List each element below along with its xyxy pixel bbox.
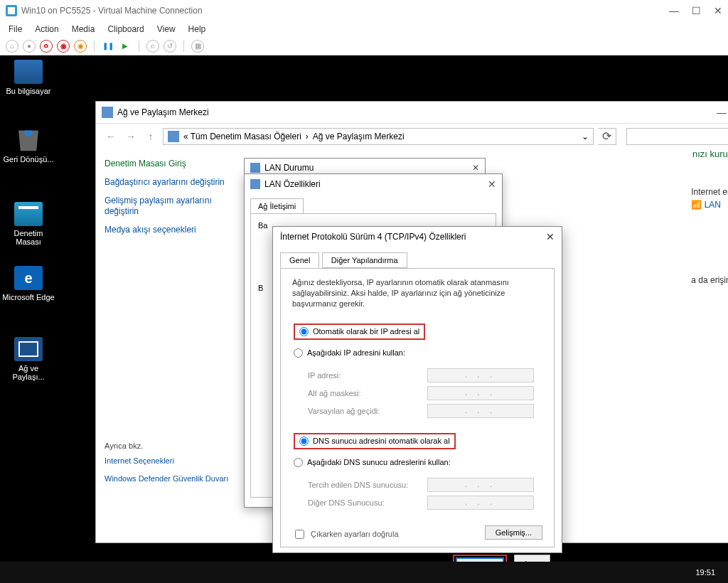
defender-firewall-link[interactable]: Windows Defender Güvenlik Duvarı: [105, 474, 230, 483]
toolbar-save-icon[interactable]: ◉: [74, 40, 87, 53]
lan-link[interactable]: 📶 LAN: [691, 200, 728, 210]
ipv4-description: Ağınız destekliyorsa, IP ayarlarının oto…: [292, 277, 542, 309]
menu-help[interactable]: Help: [188, 24, 206, 34]
radio-auto-dns-input[interactable]: [299, 437, 309, 446]
vm-maximize-button[interactable]: ☐: [692, 5, 701, 16]
breadcrumb-current[interactable]: Ağ ve Paylaşım Merkezi: [313, 132, 405, 141]
radio-auto-ip[interactable]: Otomatik olarak bir IP adresi al: [294, 323, 425, 340]
advanced-button[interactable]: Gelişmiş...: [485, 525, 542, 540]
guest-desktop: Bu bilgisayar Geri Dönüşü... Denetim Mas…: [0, 55, 728, 562]
radio-manual-dns-input[interactable]: [294, 458, 303, 467]
alternate-dns-field: . . .: [427, 496, 534, 510]
close-button[interactable]: ✕: [488, 178, 496, 190]
control-panel-icon: [14, 202, 43, 226]
window-title: Ağ ve Paylaşım Merkezi: [117, 107, 209, 117]
lan-props-title: LAN Özellikleri: [264, 179, 321, 189]
no-internet-label: Internet erişimi yok: [691, 187, 728, 197]
desktop-icon-edge[interactable]: e Microsoft Edge: [1, 266, 55, 301]
close-button[interactable]: ✕: [472, 163, 479, 173]
toolbar-shutdown-icon[interactable]: ◉: [57, 40, 70, 53]
menu-file[interactable]: File: [9, 24, 22, 34]
dialog-ipv4-properties: İnternet Protokolü Sürüm 4 (TCP/IPv4) Öz…: [272, 226, 562, 553]
taskbar-clock: 19:51: [695, 568, 715, 577]
radio-manual-ip-input[interactable]: [294, 348, 303, 358]
desktop-icon-control-panel[interactable]: Denetim Masası: [1, 202, 55, 246]
toolbar-start-icon[interactable]: ●: [23, 40, 36, 53]
radio-auto-ip-input[interactable]: [299, 327, 309, 336]
edge-icon: e: [14, 266, 43, 290]
close-button[interactable]: ✕: [546, 231, 555, 242]
see-also-heading: Ayrıca bkz.: [105, 442, 230, 450]
nav-up-button[interactable]: ↑: [143, 129, 159, 144]
radio-auto-ip-label: Otomatik olarak bir IP adresi al: [313, 327, 419, 336]
validate-label: Çıkarken ayarları doğrula: [311, 530, 399, 538]
icon-label: Ağ ve Paylaşı...: [1, 364, 55, 381]
toolbar-turnoff-icon[interactable]: ⭘: [40, 40, 53, 53]
menu-media[interactable]: Media: [72, 24, 95, 34]
radio-auto-dns-label: DNS sunucu adresini otomatik olarak al: [313, 437, 450, 445]
vm-minimize-button[interactable]: —: [669, 5, 679, 16]
lan-status-icon: [250, 163, 260, 173]
validate-checkbox-input[interactable]: [295, 530, 304, 539]
toolbar-ctrl-alt-del-icon[interactable]: ⌂: [6, 40, 18, 53]
gateway-field: . . .: [427, 404, 534, 418]
ipv4-tabpage: Ağınız destekliyorsa, IP ayarlarının oto…: [280, 268, 555, 547]
search-box[interactable]: 🔍: [626, 128, 728, 145]
toolbar-enhanced-icon[interactable]: ▦: [191, 40, 204, 53]
icon-label: Microsoft Edge: [1, 293, 55, 301]
menu-clipboard[interactable]: Clipboard: [107, 24, 144, 34]
sidebar-media-link[interactable]: Medya akışı seçenekleri: [105, 225, 230, 236]
minimize-button[interactable]: —: [717, 107, 727, 118]
guest-taskbar[interactable]: 19:51: [0, 562, 728, 583]
ip-address-label: IP adresi:: [308, 371, 427, 380]
vm-close-button[interactable]: ✕: [714, 5, 722, 16]
access-point-label: a da erişim noktası: [691, 275, 728, 285]
preferred-dns-label: Tercih edilen DNS sunucusu:: [308, 481, 427, 489]
toolbar-reset-icon[interactable]: ▶: [119, 40, 132, 53]
refresh-button[interactable]: ⟳: [598, 128, 616, 145]
nav-forward-button[interactable]: →: [123, 129, 139, 144]
tab-general[interactable]: Genel: [280, 252, 319, 268]
address-bar[interactable]: « Tüm Denetim Masası Öğeleri › Ağ ve Pay…: [163, 128, 594, 145]
vm-titlebar: Win10 on PC5525 - Virtual Machine Connec…: [0, 0, 728, 21]
gateway-label: Varsayılan ağ geçidi:: [308, 407, 427, 415]
toolbar-revert-icon[interactable]: ↺: [164, 40, 176, 53]
desktop-icon-recycle-bin[interactable]: Geri Dönüşü...: [1, 124, 55, 164]
ip-address-field: . . .: [427, 368, 534, 383]
setup-heading-fragment: nızı kurun: [692, 149, 728, 159]
tab-networking[interactable]: Ağ İletişimi: [250, 198, 304, 213]
desktop-icon-network[interactable]: Ağ ve Paylaşı...: [1, 337, 55, 381]
desktop-icon-this-pc[interactable]: Bu bilgisayar: [1, 60, 55, 95]
breadcrumb-root[interactable]: « Tüm Denetim Masası Öğeleri: [183, 132, 301, 141]
sidebar-home-link[interactable]: Denetim Masası Giriş: [105, 159, 230, 169]
path-icon: [168, 131, 179, 142]
menu-action[interactable]: Action: [35, 24, 58, 34]
vm-menubar: File Action Media Clipboard View Help: [0, 21, 728, 37]
radio-manual-dns[interactable]: Aşağıdaki DNS sunucu adreslerini kullan:: [294, 458, 541, 467]
ipv4-title: İnternet Protokolü Sürüm 4 (TCP/IPv4) Öz…: [280, 232, 466, 242]
subnet-mask-label: Alt ağ maskesi:: [308, 389, 427, 397]
radio-manual-ip[interactable]: Aşağıdaki IP adresini kullan:: [294, 348, 541, 358]
this-pc-icon: [14, 60, 43, 84]
menu-view[interactable]: View: [157, 24, 176, 34]
vm-toolbar: ⌂ ● ⭘ ◉ ◉ ❚❚ ▶ ⎌ ↺ ▦: [0, 37, 728, 55]
nav-back-button[interactable]: ←: [103, 129, 119, 144]
radio-auto-dns[interactable]: DNS sunucu adresini otomatik olarak al: [294, 433, 456, 449]
vm-app-icon: [6, 5, 17, 16]
alternate-dns-label: Diğer DNS Sunucusu:: [308, 498, 427, 507]
preferred-dns-field: . . .: [427, 478, 534, 492]
vm-window-title: Win10 on PC5525 - Virtual Machine Connec…: [21, 6, 669, 16]
sidebar-sharing-link[interactable]: Gelişmiş paylaşım ayarlarını değiştirin: [105, 196, 230, 218]
icon-label: Denetim Masası: [1, 229, 55, 246]
radio-manual-dns-label: Aşağıdaki DNS sunucu adreslerini kullan:: [307, 458, 451, 466]
network-sharing-icon: [14, 337, 43, 361]
internet-options-link[interactable]: Internet Seçenekleri: [105, 456, 230, 466]
tab-alternate-config[interactable]: Diğer Yapılandırma: [322, 252, 407, 268]
toolbar-pause-icon[interactable]: ❚❚: [102, 40, 114, 53]
network-center-icon: [102, 107, 113, 118]
sidebar-adapter-link[interactable]: Bağdaştırıcı ayarlarını değiştirin: [105, 177, 230, 188]
toolbar-checkpoint-icon[interactable]: ⎌: [146, 40, 159, 53]
sidebar: Denetim Masası Giriş Bağdaştırıcı ayarla…: [96, 149, 238, 533]
breadcrumb-dropdown-icon[interactable]: ⌄: [582, 132, 589, 141]
radio-manual-ip-label: Aşağıdaki IP adresini kullan:: [307, 348, 405, 357]
